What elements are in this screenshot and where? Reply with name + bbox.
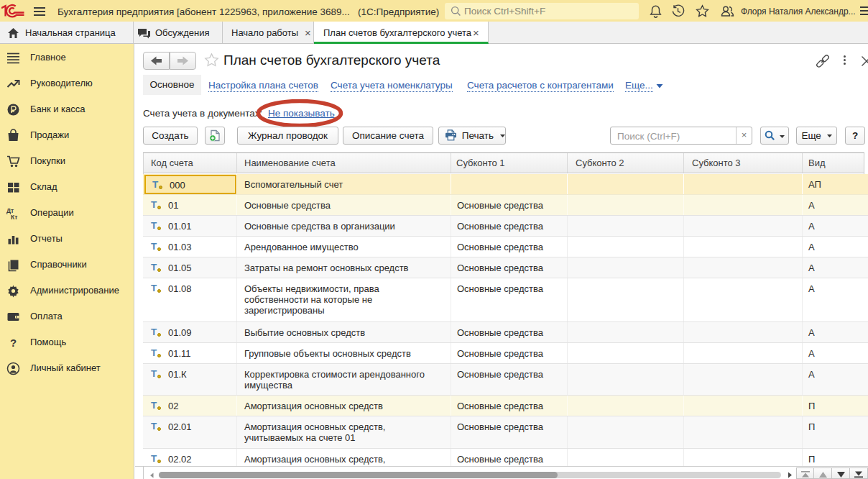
svg-text:Кт: Кт: [11, 214, 17, 220]
svg-text:Дт: Дт: [6, 207, 14, 214]
